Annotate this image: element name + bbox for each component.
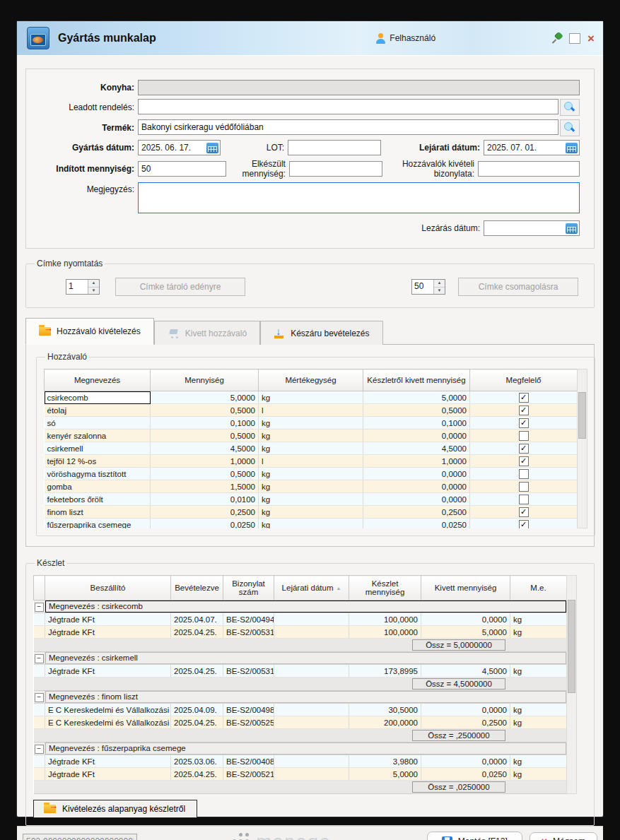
- ingredient-name-cell[interactable]: kenyér szalonna: [45, 430, 151, 442]
- megfelelo-checkbox[interactable]: ✓: [519, 418, 529, 428]
- megfelelo-checkbox[interactable]: ✓: [519, 406, 529, 415]
- maximize-button[interactable]: [569, 33, 580, 44]
- ok-cell[interactable]: [470, 493, 578, 506]
- taken-quantity-cell[interactable]: 0,1000: [363, 417, 470, 430]
- supplier-cell[interactable]: E C Kereskedelmi és Vállalkozási Kf: [45, 716, 171, 729]
- unit-cell[interactable]: kg: [259, 480, 363, 493]
- ok-cell[interactable]: [470, 430, 578, 442]
- unit-cell[interactable]: kg: [259, 493, 363, 506]
- ingredient-row[interactable]: finom liszt0,2500kg0,2500✓: [45, 506, 578, 519]
- column-header[interactable]: Megfelelő: [470, 369, 578, 391]
- stock-quantity-cell[interactable]: 200,0000: [349, 716, 421, 729]
- calendar-icon[interactable]: [566, 143, 578, 153]
- product-search-button[interactable]: [560, 119, 580, 136]
- close-button[interactable]: ×: [586, 34, 596, 43]
- column-header[interactable]: Lejárati dátum▲: [274, 576, 349, 601]
- ingredients-scrollbar[interactable]: [577, 369, 587, 528]
- stock-row[interactable]: Jégtrade KFt2025.04.25.BE-S2/00531100,00…: [34, 626, 567, 639]
- column-header[interactable]: Mértékegység: [259, 369, 363, 391]
- document-number-cell[interactable]: BE-S2/00494: [223, 613, 274, 626]
- received-date-cell[interactable]: 2025.04.09.: [171, 704, 223, 716]
- document-number-cell[interactable]: BE-S2/00531: [223, 665, 274, 678]
- ingredient-row[interactable]: só0,1000kg0,1000✓: [45, 417, 578, 430]
- quantity-cell[interactable]: 0,0250: [151, 519, 259, 529]
- ingredient-row[interactable]: étolaj0,5000l0,5000✓: [45, 404, 578, 417]
- taken-quantity-cell[interactable]: 0,0250: [421, 768, 510, 781]
- leadott-rendeles-input[interactable]: [138, 99, 558, 114]
- collapse-icon[interactable]: −: [35, 745, 44, 754]
- unit-cell[interactable]: kg: [259, 417, 363, 430]
- unit-cell[interactable]: kg: [510, 704, 567, 716]
- stock-row[interactable]: Jégtrade KFt2025.03.06.BE-S2/004083,9800…: [34, 755, 567, 768]
- termek-input[interactable]: [138, 119, 558, 135]
- quantity-cell[interactable]: 0,5000: [151, 430, 259, 442]
- taken-quantity-cell[interactable]: 5,0000: [421, 626, 510, 639]
- column-header[interactable]: Megnevezés: [45, 369, 151, 391]
- stock-group-header[interactable]: −Megnevezés : finom liszt: [34, 691, 567, 704]
- lot-input[interactable]: [288, 140, 381, 155]
- quantity-cell[interactable]: 0,1000: [151, 417, 259, 430]
- ok-cell[interactable]: ✓: [470, 404, 578, 417]
- supplier-cell[interactable]: E C Kereskedelmi és Vállalkozási Kf: [45, 704, 171, 716]
- tab-hozzavalo-kivetelezes[interactable]: → Hozzávaló kivételezés: [25, 318, 154, 345]
- ok-cell[interactable]: ✓: [470, 455, 578, 468]
- collapse-icon[interactable]: −: [35, 693, 44, 702]
- lezaras-datum-field[interactable]: [484, 220, 580, 236]
- ok-cell[interactable]: ✓: [470, 506, 578, 519]
- spin-down-icon[interactable]: ▼: [88, 288, 99, 295]
- stock-group-header[interactable]: −Megnevezés : csirkemell: [34, 652, 567, 665]
- taken-quantity-cell[interactable]: 0,2500: [363, 506, 470, 519]
- stock-row[interactable]: Jégtrade KFt2025.04.25.BE-S2/00531173,89…: [34, 665, 567, 678]
- quantity-cell[interactable]: 1,0000: [151, 455, 259, 468]
- stock-scrollbar[interactable]: [566, 575, 577, 794]
- quantity-cell[interactable]: 0,2500: [151, 506, 259, 519]
- ingredient-row[interactable]: vöröshagyma tisztított0,5000kg0,0000: [45, 468, 578, 480]
- megfelelo-checkbox[interactable]: ✓: [519, 520, 529, 529]
- quantity-cell[interactable]: 5,0000: [151, 391, 259, 404]
- quantity-cell[interactable]: 0,5000: [151, 468, 259, 480]
- ingredient-row[interactable]: csirkecomb5,0000kg5,0000✓: [45, 391, 578, 404]
- expiry-date-cell[interactable]: [274, 768, 349, 781]
- document-number-cell[interactable]: BE-S2/00408: [223, 755, 274, 768]
- taken-quantity-cell[interactable]: 0,0000: [363, 480, 470, 493]
- supplier-cell[interactable]: Jégtrade KFt: [45, 755, 171, 768]
- column-header[interactable]: Mennyiség: [151, 369, 259, 391]
- spin-up-icon[interactable]: ▲: [88, 280, 99, 288]
- unit-cell[interactable]: kg: [259, 519, 363, 529]
- taken-quantity-cell[interactable]: 5,0000: [363, 391, 470, 404]
- stock-row[interactable]: E C Kereskedelmi és Vállalkozási Kf2025.…: [34, 716, 567, 729]
- stock-group-header[interactable]: −Megnevezés : csirkecomb: [34, 601, 567, 613]
- taken-quantity-cell[interactable]: 4,5000: [421, 665, 510, 678]
- unit-cell[interactable]: kg: [510, 665, 567, 678]
- expiry-date-cell[interactable]: [274, 665, 349, 678]
- ingredient-name-cell[interactable]: étolaj: [45, 404, 151, 417]
- column-header[interactable]: Bizonylat szám: [223, 576, 274, 601]
- stock-row[interactable]: E C Kereskedelmi és Vállalkozási Kf2025.…: [34, 704, 567, 716]
- save-button[interactable]: Mentés [F12]: [427, 832, 522, 840]
- unit-cell[interactable]: kg: [510, 755, 567, 768]
- lejarati-datum-field[interactable]: 2025. 07. 01.: [484, 140, 580, 155]
- column-header[interactable]: Bevételezve: [171, 576, 223, 601]
- taken-quantity-cell[interactable]: 0,0000: [421, 704, 510, 716]
- ok-cell[interactable]: ✓: [470, 391, 578, 404]
- ingredient-name-cell[interactable]: tejföl 12 %-os: [45, 455, 151, 468]
- megfelelo-checkbox[interactable]: [519, 482, 529, 492]
- unit-cell[interactable]: kg: [259, 391, 363, 404]
- spin-up-icon[interactable]: ▲: [434, 280, 445, 288]
- stock-quantity-cell[interactable]: 3,9800: [349, 755, 421, 768]
- quantity-cell[interactable]: 0,5000: [151, 404, 259, 417]
- expiry-date-cell[interactable]: [274, 716, 349, 729]
- received-date-cell[interactable]: 2025.04.07.: [171, 613, 223, 626]
- ingredient-row[interactable]: csirkemell4,5000kg4,5000✓: [45, 442, 578, 455]
- supplier-cell[interactable]: Jégtrade KFt: [45, 613, 171, 626]
- ingredient-row[interactable]: feketebors őrölt0,0100kg0,0000: [45, 493, 578, 506]
- stock-quantity-cell[interactable]: 173,8995: [349, 665, 421, 678]
- scrollbar-thumb[interactable]: [578, 392, 586, 439]
- supplier-cell[interactable]: Jégtrade KFt: [45, 768, 171, 781]
- document-number-cell[interactable]: BE-S2/00498: [223, 704, 274, 716]
- column-header[interactable]: Beszállító: [45, 576, 171, 601]
- unit-cell[interactable]: l: [259, 455, 363, 468]
- ingredient-name-cell[interactable]: feketebors őrölt: [45, 493, 151, 506]
- taken-quantity-cell[interactable]: 0,0000: [363, 468, 470, 480]
- calendar-icon[interactable]: [206, 143, 218, 153]
